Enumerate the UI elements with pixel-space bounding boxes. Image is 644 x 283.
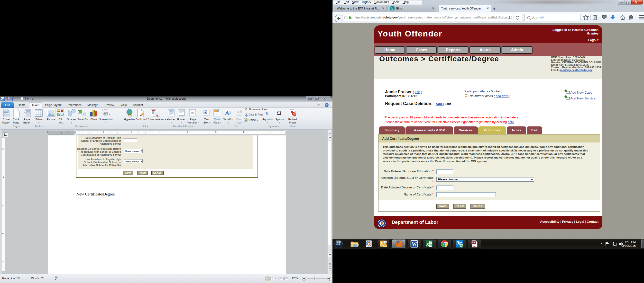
svg-text:W: W <box>1 97 4 101</box>
svg-text:A: A <box>204 111 206 114</box>
svg-text:?: ? <box>326 104 328 107</box>
svg-text:A: A <box>236 109 240 115</box>
svg-text:#: # <box>192 112 193 114</box>
svg-text:X: X <box>426 242 429 247</box>
svg-text:Ω: Ω <box>277 110 281 116</box>
svg-text:NFRX: NFRX <box>4 112 8 113</box>
svg-text:A: A <box>224 109 230 117</box>
svg-text:b: b <box>391 7 393 10</box>
svg-text:W: W <box>412 242 417 247</box>
svg-text:L: L <box>457 242 459 245</box>
svg-text:π: π <box>266 109 269 116</box>
svg-text:PDF: PDF <box>472 242 476 244</box>
